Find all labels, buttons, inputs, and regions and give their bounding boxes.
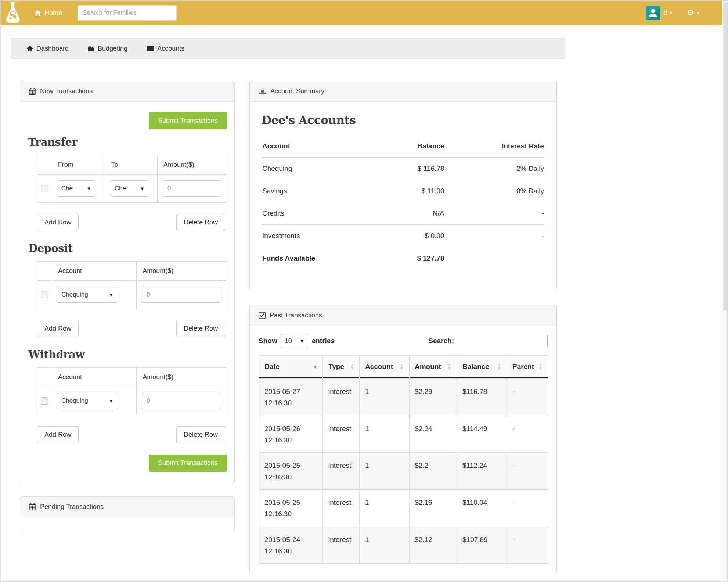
cell-date: 2015-05-25 12:16:30: [259, 453, 322, 489]
cell-date: 2015-05-24 12:16:30: [259, 527, 322, 564]
checkbox-column-header: [37, 368, 52, 387]
table-search-input[interactable]: [458, 335, 548, 347]
column-header-amount: Amount($): [137, 368, 227, 387]
column-label: Parent: [512, 363, 534, 371]
withdraw-row-checkbox[interactable]: [41, 397, 48, 405]
settings-menu[interactable]: ⚙ ▾: [687, 9, 699, 17]
select-caret-icon: ▼: [87, 186, 91, 191]
transfer-amount-input[interactable]: [162, 180, 221, 197]
deposit-row-checkbox[interactable]: [41, 291, 48, 298]
home-icon: [35, 10, 41, 16]
transfer-delete-row-button[interactable]: Delete Row: [176, 214, 225, 231]
top-navbar: S Home d ▾ ⚙ ▾: [1, 1, 727, 25]
show-label: Show: [259, 337, 277, 345]
past-transactions-table: Date ▼ Type ▲▼ Account ▲▼: [259, 355, 548, 564]
transfer-add-row-button[interactable]: Add Row: [37, 214, 79, 231]
transfer-from-select[interactable]: Che ▼: [57, 180, 96, 197]
deposit-add-row-button[interactable]: Add Row: [37, 320, 79, 337]
submit-transactions-button-top[interactable]: Submit Transactions: [149, 112, 227, 129]
account-name: Chequing: [262, 158, 364, 180]
account-name: Investments: [262, 225, 364, 247]
sort-header-date[interactable]: Date ▼: [259, 356, 322, 378]
deposit-row: Chequing ▼: [37, 281, 227, 309]
withdraw-delete-row-button[interactable]: Delete Row: [176, 426, 225, 443]
new-transactions-body: Submit Transactions Transfer From To Amo…: [20, 102, 234, 483]
column-label: Balance: [462, 363, 489, 371]
scrollbar-track[interactable]: [722, 1, 727, 581]
home-link[interactable]: Home: [35, 9, 62, 17]
page-length-select[interactable]: 10 ▼: [281, 334, 308, 348]
column-header-amount: Amount($): [157, 155, 227, 175]
nav-item-label: Accounts: [157, 45, 184, 53]
sort-header-balance[interactable]: Balance ▲▼: [457, 356, 507, 378]
summary-row: Savings $ 11.00 0% Daily: [262, 180, 545, 202]
account-rate: -: [445, 225, 545, 247]
nav-item-label: Budgeting: [98, 45, 127, 53]
pending-transactions-header: Pending Transactions: [20, 497, 234, 517]
cell-balance: $110.04: [457, 490, 507, 527]
cell-parent: -: [507, 527, 548, 564]
summary-row: Credits N/A -: [262, 202, 545, 225]
account-balance: $ 0.00: [364, 225, 445, 247]
new-transactions-header: New Transactions: [20, 81, 234, 102]
withdraw-account-select[interactable]: Chequing ▼: [57, 393, 118, 409]
account-name: Savings: [262, 180, 364, 202]
nav-item-accounts[interactable]: Accounts: [147, 45, 184, 53]
cell-date: 2015-05-25 12:16:30: [259, 490, 322, 527]
transfer-row-buttons: Add Row Delete Row: [37, 214, 225, 231]
calendar-icon: [29, 503, 36, 510]
main-content: New Transactions Submit Transactions Tra…: [20, 81, 727, 573]
right-column: Account Summary Dee's Accounts Account B…: [249, 81, 557, 573]
sort-desc-icon: ▼: [313, 364, 317, 370]
app-window: S Home d ▾ ⚙ ▾ D: [0, 0, 728, 582]
funds-available-rate: [445, 247, 545, 270]
nav-item-dashboard[interactable]: Dashboard: [27, 45, 69, 53]
column-label: Type: [328, 363, 344, 371]
transfer-row-checkbox[interactable]: [41, 185, 48, 192]
cell-balance: $107.89: [457, 527, 507, 564]
deposit-delete-row-button[interactable]: Delete Row: [176, 320, 225, 337]
checkbox-column-header: [37, 262, 52, 281]
submit-transactions-button-bottom[interactable]: Submit Transactions: [149, 455, 227, 472]
select-value: 10: [285, 337, 292, 345]
past-transactions-panel: Past Transactions Show 10 ▼ entries Sear…: [249, 305, 557, 573]
transaction-row: 2015-05-26 12:16:30 interest 1 $2.24 $11…: [259, 416, 548, 453]
panel-title: Past Transactions: [270, 312, 322, 319]
transfer-table: From To Amount($) Che ▼: [37, 155, 227, 203]
user-menu[interactable]: d ▾: [664, 9, 672, 17]
deposit-account-select[interactable]: Chequing ▼: [57, 287, 118, 303]
withdraw-row: Chequing ▼: [37, 387, 227, 415]
sort-header-amount[interactable]: Amount ▲▼: [410, 356, 457, 378]
transaction-row: 2015-05-25 12:16:30 interest 1 $2.16 $11…: [259, 490, 548, 527]
funds-available-value: $ 127.78: [364, 247, 445, 270]
cell-parent: -: [507, 453, 548, 489]
scrollbar-thumb[interactable]: [723, 2, 727, 311]
account-rate: 2% Daily: [445, 158, 545, 180]
account-balance: $ 11.00: [364, 180, 445, 202]
home-icon: [27, 46, 33, 51]
cell-parent: -: [507, 490, 548, 527]
withdraw-add-row-button[interactable]: Add Row: [37, 426, 79, 443]
transaction-row: 2015-05-24 12:16:30 interest 1 $2.12 $10…: [259, 527, 548, 564]
transaction-row: 2015-05-27 12:16:30 interest 1 $2.29 $11…: [259, 379, 548, 416]
sort-header-parent[interactable]: Parent ▲▼: [507, 356, 548, 378]
select-caret-icon: ▼: [140, 186, 145, 191]
withdraw-amount-input[interactable]: [141, 393, 221, 409]
summary-row: Investments $ 0.00 -: [262, 225, 545, 247]
nav-item-budgeting[interactable]: Budgeting: [88, 45, 127, 53]
account-summary-body: Dee's Accounts Account Balance Interest …: [250, 102, 556, 290]
user-avatar[interactable]: [646, 6, 660, 20]
account-rate: -: [445, 202, 545, 225]
deposit-amount-input[interactable]: [141, 287, 221, 303]
sort-both-icon: ▲▼: [350, 363, 354, 370]
cell-type: interest: [323, 453, 359, 489]
home-label: Home: [44, 9, 62, 17]
sort-header-account[interactable]: Account ▲▼: [360, 356, 409, 378]
deposit-heading: Deposit: [28, 242, 227, 255]
sort-header-type[interactable]: Type ▲▼: [323, 356, 359, 378]
cell-type: interest: [323, 416, 359, 453]
cell-type: interest: [323, 490, 359, 527]
transfer-to-select[interactable]: Che ▼: [110, 180, 149, 197]
pending-transactions-panel: Pending Transactions: [20, 496, 235, 532]
family-search-input[interactable]: [78, 5, 177, 21]
